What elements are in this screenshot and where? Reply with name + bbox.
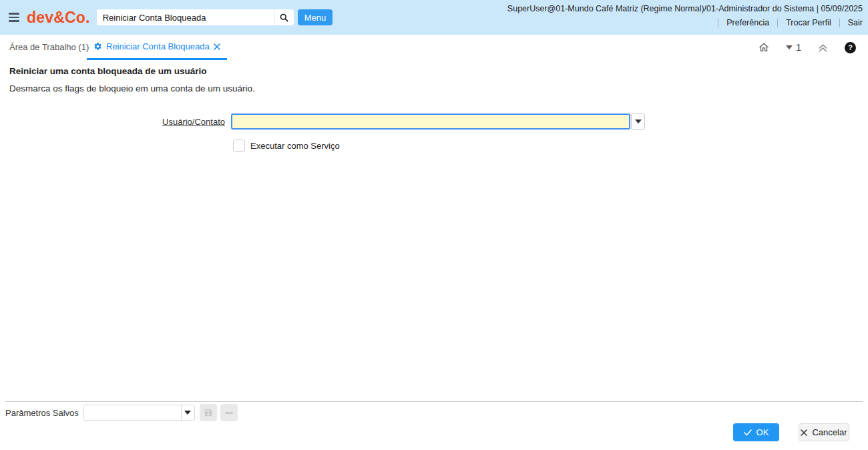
saved-parameters-row: Parâmetros Salvos xyxy=(5,403,238,422)
session-info: SuperUser@01-Mundo Café Matriz (Regime N… xyxy=(507,4,863,27)
cancel-button[interactable]: Cancelar xyxy=(799,423,849,441)
floppy-icon xyxy=(204,408,213,417)
saved-parameters-combo xyxy=(83,405,195,421)
gear-icon xyxy=(93,42,102,51)
delete-parameters-button[interactable] xyxy=(220,404,238,421)
chevron-down-icon xyxy=(786,45,793,49)
process-description: Desmarca os flags de bloqueio em uma con… xyxy=(9,83,255,93)
home-icon[interactable] xyxy=(758,41,770,53)
top-header: dev&Co. Menu SuperUser@01-Mundo Café Mat… xyxy=(0,0,868,35)
run-as-service-row: Executar como Serviço xyxy=(233,140,340,152)
magnifier-icon xyxy=(279,13,289,23)
user-contact-field-row: Usuário/Contato xyxy=(0,114,645,130)
preferences-link[interactable]: Preferência xyxy=(718,18,777,27)
user-contact-label[interactable]: Usuário/Contato xyxy=(0,117,225,127)
chevron-down-icon xyxy=(184,411,191,415)
minus-icon xyxy=(225,412,233,414)
tabbar-actions: 1 ? xyxy=(758,35,856,60)
process-title: Reiniciar uma conta bloqueada de um usuá… xyxy=(9,66,207,76)
menu-button[interactable]: Menu xyxy=(298,9,333,25)
open-windows-dropdown[interactable]: 1 xyxy=(786,42,801,53)
saved-parameters-dropdown-button[interactable] xyxy=(181,405,194,420)
saved-parameters-label: Parâmetros Salvos xyxy=(5,408,79,418)
run-as-service-label: Executar como Serviço xyxy=(250,141,340,151)
saved-parameters-input[interactable] xyxy=(84,405,181,420)
app-logo: dev&Co. xyxy=(27,9,90,27)
search-button[interactable] xyxy=(274,9,294,25)
close-icon[interactable] xyxy=(214,43,220,50)
footer-divider xyxy=(5,401,863,402)
ok-button[interactable]: OK xyxy=(733,423,779,441)
tab-active-process[interactable]: Reiniciar Conta Bloqueada xyxy=(87,35,227,60)
tab-bar: Área de Trabalho (1) Reiniciar Conta Blo… xyxy=(0,35,868,60)
header-links: Preferência Trocar Perfil Sair xyxy=(507,18,863,27)
change-role-link[interactable]: Trocar Perfil xyxy=(778,18,839,27)
logout-link[interactable]: Sair xyxy=(840,18,863,27)
tab-active-label: Reiniciar Conta Bloqueada xyxy=(106,41,210,51)
open-windows-count: 1 xyxy=(796,42,801,53)
run-as-service-checkbox[interactable] xyxy=(233,140,245,152)
session-context-text: SuperUser@01-Mundo Café Matriz (Regime N… xyxy=(507,4,863,13)
ok-button-label: OK xyxy=(756,427,769,437)
user-contact-dropdown-button[interactable] xyxy=(631,114,645,130)
help-icon[interactable]: ? xyxy=(845,42,856,53)
dialog-actions: OK Cancelar xyxy=(733,423,849,441)
x-icon xyxy=(801,429,807,436)
search-input[interactable] xyxy=(97,9,274,25)
double-chevron-up-icon[interactable] xyxy=(817,42,829,53)
user-contact-input[interactable] xyxy=(231,114,630,130)
global-search xyxy=(97,9,294,25)
hamburger-menu-icon[interactable] xyxy=(9,13,19,22)
cancel-button-label: Cancelar xyxy=(812,427,847,437)
tab-workspace[interactable]: Área de Trabalho (1) xyxy=(9,35,89,60)
save-parameters-button[interactable] xyxy=(200,404,217,421)
check-icon xyxy=(744,429,752,436)
chevron-down-icon xyxy=(635,120,642,124)
